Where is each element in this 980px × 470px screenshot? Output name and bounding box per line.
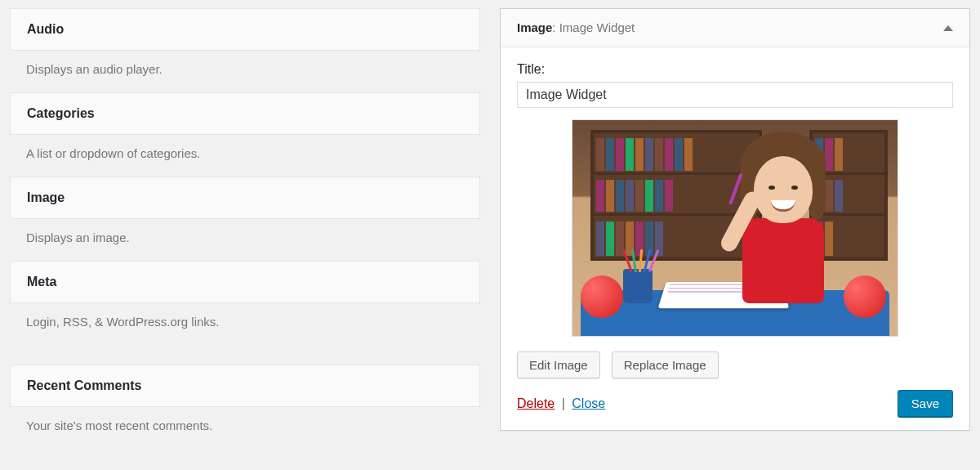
widget-item-description: Displays an audio player. (10, 51, 480, 92)
image-preview[interactable] (572, 119, 898, 337)
widget-item-description: Displays an image. (10, 219, 480, 261)
image-action-row: Edit Image Replace Image (517, 351, 953, 378)
title-field-label: Title: (517, 62, 953, 77)
available-widget-audio[interactable]: Audio Displays an audio player. (10, 8, 480, 92)
link-separator: | (558, 396, 568, 410)
widget-item-description: Your site's most recent comments. (10, 407, 480, 449)
widget-footer-links: Delete | Close (517, 396, 605, 411)
replace-image-button[interactable]: Replace Image (612, 351, 719, 378)
collapse-toggle-icon[interactable] (943, 25, 953, 31)
save-button[interactable]: Save (898, 390, 953, 417)
widget-item-header[interactable]: Categories (10, 92, 480, 135)
widget-item-header[interactable]: Image (10, 177, 480, 219)
close-link[interactable]: Close (572, 396, 605, 410)
widget-type-label: Image (517, 20, 552, 34)
widget-item-title: Categories (27, 106, 95, 120)
widget-item-title: Audio (27, 22, 64, 36)
widget-item-title: Image (27, 190, 65, 204)
widget-separator: : (552, 20, 559, 34)
image-widget-editor: Image: Image Widget Title: (500, 8, 970, 431)
widget-item-title: Meta (27, 275, 56, 289)
available-widget-meta[interactable]: Meta Login, RSS, & WordPress.org links. (10, 261, 480, 345)
widget-item-title: Recent Comments (27, 378, 141, 392)
delete-link[interactable]: Delete (517, 396, 555, 410)
available-widget-categories[interactable]: Categories A list or dropdown of categor… (10, 92, 480, 177)
image-preview-wrap (517, 119, 953, 337)
widget-footer: Delete | Close Save (517, 390, 953, 417)
widget-item-description: A list or dropdown of categories. (10, 135, 480, 177)
widget-editor-header[interactable]: Image: Image Widget (501, 9, 969, 47)
edit-image-button[interactable]: Edit Image (517, 351, 600, 378)
available-widgets-panel: Audio Displays an audio player. Categori… (0, 8, 490, 449)
title-input[interactable] (517, 82, 953, 108)
widget-item-description: Login, RSS, & WordPress.org links. (10, 303, 480, 345)
available-widget-recent-comments[interactable]: Recent Comments Your site's most recent … (10, 365, 480, 449)
widget-editor-body: Title: (501, 47, 969, 430)
available-widget-image[interactable]: Image Displays an image. (10, 177, 480, 261)
widget-editor-panel: Image: Image Widget Title: (490, 8, 980, 431)
widget-item-header[interactable]: Meta (10, 261, 480, 303)
widget-item-header[interactable]: Recent Comments (10, 365, 480, 407)
widget-instance-name: Image Widget (559, 20, 635, 34)
widget-item-header[interactable]: Audio (10, 8, 480, 51)
